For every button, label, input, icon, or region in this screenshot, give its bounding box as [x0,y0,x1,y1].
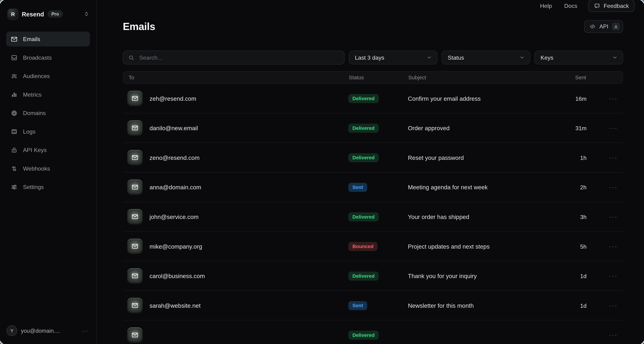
table-row[interactable]: john@service.com Delivered Your order ha… [123,202,623,231]
sidebar-item-label: API Keys [23,147,46,153]
date-range-value: Last 3 days [355,54,384,61]
avatar: Y [7,326,17,336]
sidebar-spacer [6,194,90,326]
sidebar-item-api-keys[interactable]: API Keys [6,142,90,157]
docs-link[interactable]: Docs [564,2,577,9]
email-subject: Thank you for your inquiry [408,272,554,279]
status-badge: Delivered [348,271,378,280]
status-badge: Delivered [348,153,378,162]
sidebar-item-audiences[interactable]: Audiences [6,68,90,84]
status-badge: Delivered [348,124,378,132]
sidebar-item-emails[interactable]: Emails [6,32,90,46]
keys-filter[interactable]: Keys [534,50,623,64]
date-range-filter[interactable]: Last 3 days [349,50,438,64]
row-menu-button[interactable]: ··· [586,332,623,338]
title-row: Emails API A [123,20,623,33]
help-link[interactable]: Help [540,2,552,9]
sent-time: 31m [554,125,586,131]
status-badge: Delivered [348,330,378,340]
sidebar-item-label: Domains [23,110,46,116]
user-menu[interactable]: Y you@domain.... ··· [6,326,90,336]
row-menu-button[interactable]: ··· [586,184,623,190]
topbar: Help Docs Feedback [97,0,644,12]
recipient-email: sarah@website.net [150,302,200,309]
sidebar-nav: Emails Broadcasts Audiences Metrics Doma… [6,32,90,194]
column-header-status: Status [349,74,408,80]
status-badge: Sent [348,182,367,192]
sent-time: 3h [554,214,586,220]
recipient-email: zeh@resend.com [150,95,196,102]
row-menu-button[interactable]: ··· [586,272,623,279]
feedback-label: Feedback [604,2,629,9]
code-icon [590,24,596,30]
status-badge: Sent [348,301,367,310]
table-row[interactable]: sarah@website.net Sent Newsletter for th… [123,290,623,320]
sidebar-item-label: Webhooks [23,165,50,172]
email-icon [127,298,142,313]
table-row[interactable]: Delivered ··· [123,320,623,344]
search-box[interactable] [123,50,345,64]
table-row[interactable]: mike@company.org Bounced Project updates… [123,231,623,261]
row-menu-button[interactable]: ··· [586,95,623,102]
email-subject: Order approved [408,125,554,131]
row-menu-button[interactable]: ··· [586,213,623,220]
status-badge: Delivered [348,94,378,103]
sidebar-item-label: Emails [23,36,40,42]
sidebar-item-settings[interactable]: Settings [6,180,90,194]
sidebar-item-label: Logs [23,128,36,135]
main-area: Help Docs Feedback Emails API A [97,0,644,344]
sidebar-item-label: Broadcasts [23,54,52,61]
status-badge: Delivered [348,212,378,221]
email-icon [127,328,142,342]
workspace-name: Resend [22,10,44,18]
recipient-email: anna@domain.com [150,184,201,190]
sidebar-item-metrics[interactable]: Metrics [6,87,90,102]
sidebar: R Resend Pro Emails Broadcasts Audiences… [0,0,97,344]
email-icon [127,238,142,254]
column-header-sent: Sent [553,74,586,80]
column-header-to: To [123,74,349,80]
feedback-button[interactable]: Feedback [588,0,634,12]
sent-time: 1h [554,154,586,161]
sent-time: 1d [554,272,586,279]
status-badge: Bounced [348,242,378,251]
api-button[interactable]: API A [584,20,623,33]
email-subject: Meeting agenda for next week [408,184,554,190]
sidebar-item-logs[interactable]: Logs [6,124,90,139]
workspace-switcher[interactable]: R Resend Pro [6,8,90,20]
sidebar-item-webhooks[interactable]: Webhooks [6,161,90,176]
recipient-email: danilo@new.email [150,125,198,131]
table-row[interactable]: anna@domain.com Sent Meeting agenda for … [123,172,623,202]
search-icon [128,54,134,61]
email-subject: Reset your password [408,154,554,161]
table-row[interactable]: zeh@resend.com Delivered Confirm your em… [123,84,623,113]
row-menu-button[interactable]: ··· [586,124,623,132]
chevrons-up-down-icon[interactable] [84,11,89,17]
search-input[interactable] [138,54,339,61]
keys-filter-value: Keys [540,54,554,61]
table-row[interactable]: zeno@resend.com Delivered Reset your pas… [123,142,623,172]
settings-icon [11,184,18,190]
resend-logo-icon: R [8,9,18,19]
status-filter-value: Status [448,54,464,61]
table-row[interactable]: carol@business.com Delivered Thank you f… [123,261,623,290]
sent-time: 5h [554,243,586,250]
email-icon [127,180,142,195]
status-filter[interactable]: Status [442,50,530,64]
sidebar-item-broadcasts[interactable]: Broadcasts [6,50,90,65]
column-header-subject: Subject [408,74,553,80]
table-row[interactable]: danilo@new.email Delivered Order approve… [123,113,623,143]
sidebar-item-label: Settings [23,184,44,190]
email-subject: Project updates and next steps [408,243,554,250]
screenshot-stage: R Resend Pro Emails Broadcasts Audiences… [0,0,644,344]
row-menu-button[interactable]: ··· [586,154,623,161]
sidebar-item-label: Audiences [23,73,50,79]
row-menu-button[interactable]: ··· [586,302,623,309]
row-menu-button[interactable]: ··· [586,243,623,250]
ellipsis-icon[interactable]: ··· [82,328,89,334]
recipient-email: john@service.com [150,214,198,220]
email-subject: Confirm your email address [408,95,554,102]
sent-time: 1d [554,302,586,309]
sidebar-item-domains[interactable]: Domains [6,106,90,120]
plan-badge: Pro [48,10,63,18]
